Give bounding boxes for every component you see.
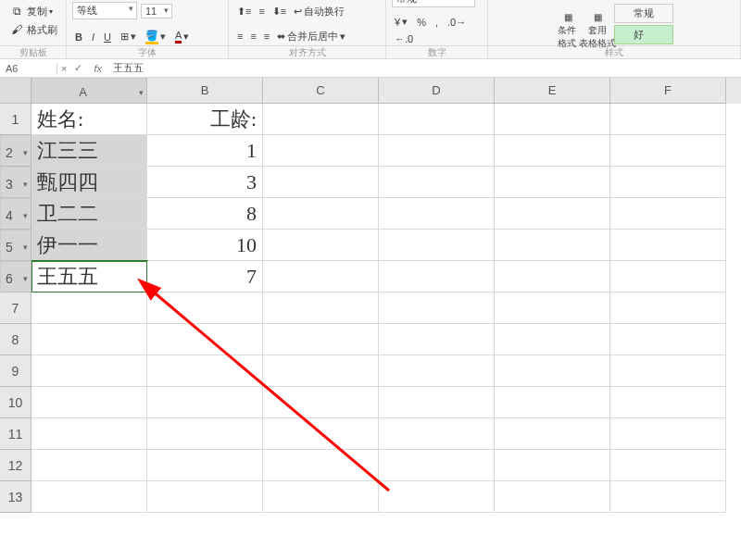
cell-D10[interactable] [379,387,495,418]
row-header-7[interactable]: 7 [0,292,31,324]
cell-B6[interactable]: 7 [147,261,263,292]
cell-C9[interactable] [263,355,379,387]
cell-D4[interactable] [379,198,495,230]
cell-D7[interactable] [379,292,495,324]
row-header-12[interactable]: 12 [0,450,31,481]
table-format-button[interactable]: ▦套用 表格格式 [584,11,610,37]
cell-B5[interactable]: 10 [147,230,263,261]
row-header-3[interactable]: 3 [0,167,31,198]
cell-E9[interactable] [495,355,610,387]
cell-C5[interactable] [263,230,379,261]
border-button[interactable]: ⊞▾ [118,30,139,44]
cell-D9[interactable] [379,355,495,387]
cell-B10[interactable] [147,387,263,418]
cell-C6[interactable] [263,261,379,292]
cell-C3[interactable] [263,167,379,198]
underline-button[interactable]: U [101,31,114,44]
cell-D6[interactable] [379,261,495,292]
cell-A6[interactable]: 王五五 [31,261,147,292]
cell-B7[interactable] [147,292,263,324]
cell-E10[interactable] [495,387,610,418]
fx-icon[interactable]: fx [86,63,109,74]
merge-center-button[interactable]: ⬌合并后居中▾ [274,29,348,44]
cell-C4[interactable] [263,198,379,230]
cell-C7[interactable] [263,292,379,324]
cell-F1[interactable] [610,104,726,135]
cell-A2[interactable]: 江三三 [31,135,147,167]
cell-D3[interactable] [379,167,495,198]
cell-A8[interactable] [31,324,147,355]
row-header-13[interactable]: 13 [0,481,31,513]
row-header-2[interactable]: 2 [0,135,31,167]
align-mid-button[interactable]: ≡ [256,5,267,18]
cell-E13[interactable] [495,481,610,513]
cell-A10[interactable] [31,387,147,418]
cell-F8[interactable] [610,324,726,355]
cell-B12[interactable] [147,450,263,481]
font-name-select[interactable]: 等线 [72,2,137,19]
cell-D11[interactable] [379,418,495,450]
cell-B8[interactable] [147,324,263,355]
comma-button[interactable]: , [433,16,441,29]
cell-D8[interactable] [379,324,495,355]
font-size-select[interactable]: 11 [141,4,172,19]
cancel-icon[interactable]: × [57,63,70,74]
cell-E11[interactable] [495,418,610,450]
format-painter-button[interactable]: 🖌格式刷 [6,20,60,39]
cell-C8[interactable] [263,324,379,355]
cell-A5[interactable]: 伊一一 [31,230,147,261]
cell-B2[interactable]: 1 [147,135,263,167]
style-good[interactable]: 好 [614,25,673,44]
cell-D5[interactable] [379,230,495,261]
dec-decimal-button[interactable]: ←.0 [392,32,416,45]
row-header-11[interactable]: 11 [0,418,31,450]
cell-B11[interactable] [147,418,263,450]
cond-format-button[interactable]: ▦条件格式 [555,11,581,37]
row-header-10[interactable]: 10 [0,387,31,418]
cell-F12[interactable] [610,450,726,481]
cell-A3[interactable]: 甄四四 [31,167,147,198]
row-header-6[interactable]: 6 [0,261,31,292]
align-top-button[interactable]: ⬆≡ [234,5,254,19]
select-all-corner[interactable] [0,78,31,104]
bold-button[interactable]: B [72,31,85,44]
fill-color-button[interactable]: 🪣▾ [143,29,169,45]
cell-E6[interactable] [495,261,610,292]
cell-D1[interactable] [379,104,495,135]
col-header-B[interactable]: B [147,78,263,104]
col-header-D[interactable]: D [379,78,495,104]
name-box[interactable]: A6 [0,63,57,74]
cell-C2[interactable] [263,135,379,167]
cell-F6[interactable] [610,261,726,292]
cell-C11[interactable] [263,418,379,450]
cell-E7[interactable] [495,292,610,324]
cell-E2[interactable] [495,135,610,167]
cell-F11[interactable] [610,418,726,450]
cell-D12[interactable] [379,450,495,481]
cell-E1[interactable] [495,104,610,135]
cell-D13[interactable] [379,481,495,513]
cell-A4[interactable]: 卫二二 [31,198,147,230]
cell-E3[interactable] [495,167,610,198]
cell-B3[interactable]: 3 [147,167,263,198]
cell-C13[interactable] [263,481,379,513]
cell-C10[interactable] [263,387,379,418]
cell-E12[interactable] [495,450,610,481]
formula-input[interactable]: 王五五 [109,61,741,75]
row-header-8[interactable]: 8 [0,324,31,355]
enter-icon[interactable]: ✓ [70,62,86,74]
align-center-button[interactable]: ≡ [247,30,258,43]
cell-F5[interactable] [610,230,726,261]
cell-A7[interactable] [31,292,147,324]
col-header-F[interactable]: F [610,78,726,104]
number-format-select[interactable]: 常规 [392,0,475,7]
style-regular[interactable]: 常规 [614,4,673,23]
cell-F10[interactable] [610,387,726,418]
cell-B9[interactable] [147,355,263,387]
col-header-C[interactable]: C [263,78,379,104]
cell-D2[interactable] [379,135,495,167]
cell-F9[interactable] [610,355,726,387]
cell-C12[interactable] [263,450,379,481]
align-bot-button[interactable]: ⬇≡ [270,5,289,19]
cell-F2[interactable] [610,135,726,167]
